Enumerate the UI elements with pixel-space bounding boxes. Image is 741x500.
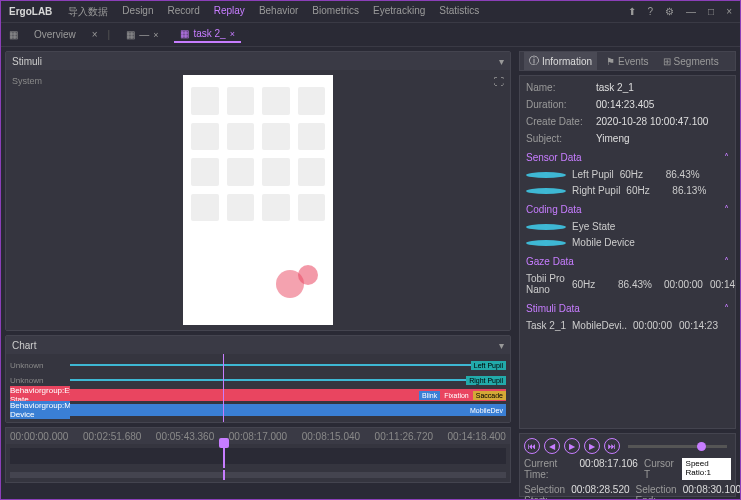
section-sensor[interactable]: Sensor Data˄ [526, 152, 729, 163]
chart-tag: Right Pupil [466, 376, 506, 385]
timeline-ruler: 00:00:00.00000:02:51.68000:05:43.36000:0… [6, 428, 510, 444]
info-panel: Name:task 2_1 Duration:00:14:23.405 Crea… [519, 75, 736, 429]
next-button[interactable]: ⏭ [604, 438, 620, 454]
stimuli-panel: Stimuli ▾ System ⛶ [5, 51, 511, 331]
gaze-point [298, 265, 318, 285]
field-label: Subject: [526, 133, 596, 144]
field-label: Selection Start: [524, 484, 565, 500]
chart-tag: MobileDev [467, 406, 506, 415]
close-icon[interactable]: × [153, 30, 158, 40]
chevron-up-icon: ˄ [724, 204, 729, 215]
menu-item[interactable]: Behavior [259, 5, 298, 19]
field-label: Name: [526, 82, 596, 93]
info-icon: ⓘ [529, 54, 539, 68]
tab-item[interactable]: ▦ — × [120, 27, 164, 42]
stimulus-screen [183, 75, 333, 325]
chevron-up-icon: ˄ [724, 303, 729, 314]
expand-icon[interactable]: ⛶ [494, 76, 504, 87]
field-label: Cursor T [644, 458, 676, 480]
status-dot [526, 172, 566, 178]
chart-tag: Fixation [441, 391, 472, 400]
upload-icon[interactable]: ⬆ [628, 6, 636, 17]
field-value: 2020-10-28 10:00:47.100 [596, 116, 708, 127]
status-dot [526, 188, 566, 194]
field-value: Yimeng [596, 133, 630, 144]
prev-button[interactable]: ⏮ [524, 438, 540, 454]
help-icon[interactable]: ? [648, 6, 654, 17]
play-button[interactable]: ▶ [564, 438, 580, 454]
segments-icon: ⊞ [663, 56, 671, 67]
minimize-button[interactable]: — [686, 6, 696, 17]
section-gaze[interactable]: Gaze Data˄ [526, 256, 729, 267]
maximize-button[interactable]: □ [708, 6, 714, 17]
chevron-down-icon[interactable]: ▾ [499, 340, 504, 351]
tab-overview[interactable]: Overview [28, 27, 82, 42]
field-label: Create Date: [526, 116, 596, 127]
timeline-minimap[interactable] [10, 472, 506, 478]
chart-row-label: Unknown [10, 361, 70, 370]
chart-tag: Left Pupil [471, 361, 506, 370]
menu-item[interactable]: 导入数据 [68, 5, 108, 19]
menu-item-active[interactable]: Replay [214, 5, 245, 19]
field-label: Duration: [526, 99, 596, 110]
menu-item[interactable]: Record [167, 5, 199, 19]
close-button[interactable]: × [726, 6, 732, 17]
chevron-down-icon[interactable]: ▾ [499, 56, 504, 67]
flag-icon: ⚑ [606, 56, 615, 67]
minimap-marker[interactable] [223, 470, 225, 480]
playhead-line [223, 354, 224, 422]
forward-button[interactable]: ▶ [584, 438, 600, 454]
menu-item[interactable]: Biometrics [312, 5, 359, 19]
app-logo: ErgoLAB [9, 6, 52, 17]
rewind-button[interactable]: ◀ [544, 438, 560, 454]
chevron-up-icon: ˄ [724, 152, 729, 163]
current-time: 00:08:17.106 [580, 458, 638, 480]
selection-end: 00:08:30.100 [683, 484, 741, 500]
info-tabs: ⓘInformation ⚑Events ⊞Segments [519, 51, 736, 71]
selection-start: 00:08:28.520 [571, 484, 629, 500]
chart-row-label: Behaviorgroup:Mobile Device [10, 401, 70, 419]
close-all-icon[interactable]: × [92, 29, 98, 40]
speed-display: Speed Ratio:1 [682, 458, 731, 480]
stimuli-label: System [12, 76, 42, 86]
main-menu: 导入数据 Design Record Replay Behavior Biome… [68, 5, 479, 19]
timeline-panel: 00:00:00.00000:02:51.68000:05:43.36000:0… [5, 427, 511, 483]
speed-slider[interactable] [628, 445, 727, 448]
chart-panel: Chart ▾ UnknownLeft Pupil UnknownRight P… [5, 335, 511, 423]
panel-title: Chart [12, 340, 499, 351]
playback-panel: ⏮ ◀ ▶ ▶ ⏭ Current Time:00:08:17.106 Curs… [519, 433, 736, 497]
chart-tag: Saccade [473, 391, 506, 400]
tab-segments[interactable]: ⊞Segments [658, 54, 724, 69]
status-dot [526, 224, 566, 230]
section-coding[interactable]: Coding Data˄ [526, 204, 729, 215]
slider-thumb[interactable] [697, 442, 706, 451]
tab-information[interactable]: ⓘInformation [524, 52, 597, 70]
playhead[interactable] [223, 444, 225, 468]
chevron-up-icon: ˄ [724, 256, 729, 267]
timeline-track[interactable] [10, 448, 506, 464]
field-value: 00:14:23.405 [596, 99, 654, 110]
close-icon[interactable]: × [230, 29, 235, 39]
menu-item[interactable]: Design [122, 5, 153, 19]
menu-item[interactable]: Statistics [439, 5, 479, 19]
status-dot [526, 240, 566, 246]
menu-item[interactable]: Eyetracking [373, 5, 425, 19]
field-label: Selection End: [636, 484, 677, 500]
tab-item-active[interactable]: ▦ task 2_ × [174, 26, 241, 43]
settings-icon[interactable]: ⚙ [665, 6, 674, 17]
section-stimuli[interactable]: Stimuli Data˄ [526, 303, 729, 314]
tab-events[interactable]: ⚑Events [601, 54, 654, 69]
chart-row-label: Unknown [10, 376, 70, 385]
field-label: Current Time: [524, 458, 574, 480]
chart-tag: Blink [419, 391, 440, 400]
overview-icon[interactable]: ▦ [9, 29, 18, 40]
field-value: task 2_1 [596, 82, 634, 93]
panel-title: Stimuli [12, 56, 499, 67]
